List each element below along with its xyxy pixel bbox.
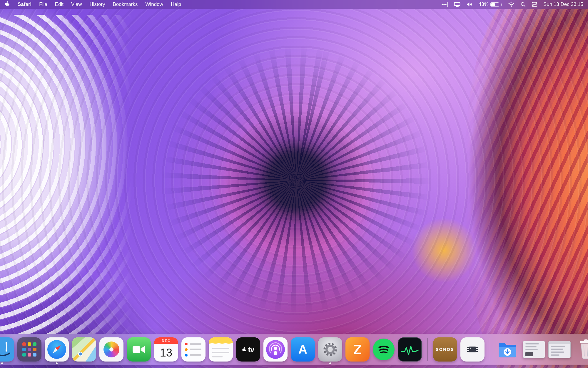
facetime-icon [127,337,151,362]
dock-item-finder[interactable] [0,337,14,362]
battery-fill [491,3,495,6]
video-camera-icon [131,341,147,358]
dock-item-chip-utility[interactable] [460,337,485,362]
dock-item-facetime[interactable] [127,337,151,362]
dock-item-photos[interactable] [99,337,123,362]
wifi-icon [508,2,514,7]
volume-menu[interactable] [466,2,473,7]
battery-icon [490,2,499,7]
dock-item-minimized-window-1[interactable] [523,341,545,358]
menu-view[interactable]: View [71,1,82,7]
podcasts-circle [266,340,285,359]
spotlight-menu[interactable] [520,2,526,7]
z-glyph: Z [353,342,362,357]
control-center-icon [532,2,537,7]
minimized-window-preview [548,341,571,358]
desktop: Safari File Edit View History Bookmarks … [0,0,588,368]
z-app-icon: Z [345,337,370,362]
tv-label: tv [248,345,254,354]
dock-item-launchpad[interactable] [17,337,41,362]
dock-item-maps[interactable] [72,337,96,362]
screen-mirroring-menu[interactable] [454,2,460,7]
safari-icon [45,337,69,362]
chip-utility-icon [460,337,485,362]
menu-bar-status: •••| 43% [442,1,583,7]
apple-logo-icon [242,347,247,352]
calendar-icon: DEC 13 [154,337,178,362]
dock-item-minimized-window-2[interactable] [548,341,571,358]
menu-bar-left: Safari File Edit View History Bookmarks … [5,1,181,8]
calendar-day: 13 [160,344,172,362]
dock-item-app-store[interactable]: A [291,337,315,362]
photos-icon [99,337,123,362]
menu-edit[interactable]: Edit [55,1,64,7]
finder-icon [0,337,14,362]
minimized-window-preview [523,341,545,358]
dock-item-activity-graph[interactable] [398,337,422,362]
menu-help[interactable]: Help [171,1,181,7]
dock-item-notes[interactable] [209,337,233,362]
dock-item-podcasts[interactable] [263,337,288,362]
dock-divider [490,338,490,361]
volume-icon [466,2,473,7]
notes-lines [209,344,233,362]
dock-item-system-preferences[interactable] [318,337,342,362]
podcasts-icon [263,337,288,362]
menu-file[interactable]: File [39,1,47,7]
wallpaper-vortex [132,16,461,345]
menu-clock[interactable]: Sun 13 Dec 23:15 [543,1,583,7]
dock-item-reminders[interactable] [181,337,206,362]
running-indicator [329,362,331,364]
control-center-menu[interactable] [532,2,537,7]
dock-item-trash[interactable] [574,337,588,362]
waveform-icon [400,339,420,360]
maps-art-icon [72,337,96,362]
download-folder-arrow-icon [496,338,519,361]
dock-item-z-app[interactable]: Z [345,337,370,362]
system-preferences-icon [318,337,342,362]
dock-item-calendar[interactable]: DEC 13 [154,337,178,362]
dock-item-apple-tv[interactable]: tv [236,337,260,362]
calendar-month: DEC [154,337,178,344]
podcasts-glyph-icon [267,341,284,358]
trash-icon [574,337,588,362]
photos-pinwheel-icon [103,342,119,357]
activity-graph-icon [398,337,422,362]
launchpad-icon [17,337,41,362]
notes-icon [209,337,233,362]
dock-item-safari[interactable] [45,337,69,362]
gear-icon [320,340,340,359]
dock-item-spotify[interactable] [373,339,395,360]
trash-can-icon [576,339,588,360]
menu-bar: Safari File Edit View History Bookmarks … [0,0,588,9]
microchip-icon [462,339,483,360]
finder-face-icon [0,337,14,362]
preview-content-block [525,352,533,356]
menu-bookmarks[interactable]: Bookmarks [113,1,138,7]
apple-logo-icon [5,1,10,6]
notes-yellow-band [209,337,233,344]
search-icon [520,2,526,7]
hidden-menu-items-toggle[interactable]: •••| [442,1,448,7]
maps-icon [72,337,96,362]
running-indicator [56,362,58,364]
dock-divider [427,338,428,361]
battery-menu[interactable]: 43% [479,1,502,7]
sonos-label: SONOS [436,347,454,352]
spotify-waves-icon [374,340,393,359]
running-indicator [1,362,3,364]
apple-menu[interactable] [5,1,10,8]
dock-item-downloads[interactable] [495,337,519,362]
display-icon [454,2,460,7]
menu-window[interactable]: Window [145,1,163,7]
desktop-wallpaper [0,0,588,368]
launchpad-grid [22,342,36,357]
menu-history[interactable]: History [90,1,105,7]
dock-item-sonos[interactable]: SONOS [433,337,457,362]
battery-cap [501,4,502,6]
safari-compass-icon [47,340,66,359]
downloads-folder-icon [495,337,519,362]
preview-titlebar [549,341,570,344]
active-app-menu[interactable]: Safari [18,1,31,7]
wifi-menu[interactable] [508,2,514,7]
